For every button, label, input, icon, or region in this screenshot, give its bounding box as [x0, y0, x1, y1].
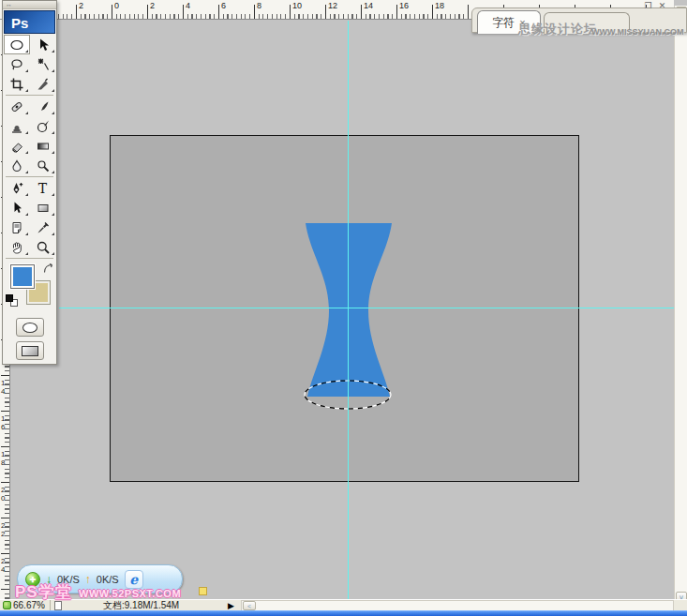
- vertical-scrollbar[interactable]: ∧ ∨: [674, 6, 687, 610]
- shape-layer: [111, 136, 578, 481]
- v-ruler-label: 22: [1, 521, 7, 538]
- tool-slice[interactable]: [30, 74, 56, 94]
- tool-history-brush[interactable]: [30, 116, 56, 136]
- h-ruler-label: 14: [364, 1, 373, 10]
- color-swatches: [3, 263, 56, 313]
- tool-shape[interactable]: [30, 198, 56, 218]
- status-bar: 66.67% 文档:9.18M/1.54M ▶ <: [0, 599, 687, 610]
- tool-type[interactable]: T: [30, 178, 56, 198]
- quick-mask-mode-button[interactable]: [16, 318, 44, 337]
- window-controls: ❐ ✕: [643, 1, 667, 11]
- dodge-icon: [36, 158, 51, 173]
- tool-brush[interactable]: [30, 97, 56, 116]
- default-colors-icon[interactable]: [6, 294, 18, 307]
- upload-arrow-icon: ↑: [85, 573, 91, 586]
- status-left-icon: [3, 601, 11, 609]
- internet-explorer-icon[interactable]: e: [125, 570, 143, 589]
- tool-move[interactable]: [30, 35, 56, 54]
- tool-lasso[interactable]: [4, 54, 30, 74]
- close-window-icon[interactable]: ✕: [657, 1, 667, 11]
- tool-eyedropper[interactable]: [30, 218, 56, 237]
- tool-crop[interactable]: [4, 74, 30, 94]
- v-ruler-label: 18: [1, 450, 7, 467]
- photoshop-logo[interactable]: Ps: [4, 10, 55, 34]
- h-ruler-label: 18: [435, 1, 444, 10]
- screen-mode-button[interactable]: [16, 341, 44, 360]
- tool-dodge[interactable]: [30, 156, 56, 175]
- h-ruler-label: 8: [257, 1, 261, 10]
- clone-stamp-icon: [9, 119, 24, 134]
- brush-icon: [36, 99, 51, 114]
- watermark-psxt-url: WWW.52PSXT.COM: [79, 588, 181, 599]
- blue-hourglass-shape: [306, 223, 392, 397]
- h-ruler-label: 2: [150, 1, 155, 10]
- magic-wand-icon: [36, 57, 51, 72]
- h-ruler-label: 10: [292, 1, 302, 10]
- v-ruler-label: 16: [1, 414, 7, 431]
- eraser-icon: [9, 139, 24, 154]
- zoom-icon: [36, 240, 51, 255]
- tool-pen[interactable]: [4, 178, 30, 198]
- tool-healing-brush[interactable]: [4, 97, 30, 116]
- history-brush-icon: [36, 119, 51, 134]
- screen-mode-icon: [22, 346, 38, 356]
- tool-zoom[interactable]: [30, 237, 56, 257]
- foreground-color-swatch[interactable]: [10, 264, 35, 289]
- tool-magic-wand[interactable]: [30, 54, 56, 74]
- pen-icon: [9, 181, 24, 196]
- h-ruler-label: 16: [399, 1, 409, 10]
- toolbox-separator: [6, 176, 53, 177]
- blur-icon: [9, 158, 24, 173]
- restore-window-icon[interactable]: ❐: [643, 1, 653, 11]
- watermark-missyuan-url: WWW.MISSYUAN.COM: [591, 27, 684, 37]
- tool-clone-stamp[interactable]: [4, 116, 30, 136]
- healing-brush-icon: [9, 99, 24, 114]
- quick-mask-icon: [22, 323, 37, 333]
- v-ruler-label: 20: [1, 486, 7, 503]
- move-icon: [36, 38, 51, 53]
- h-ruler-label: 6: [221, 1, 226, 10]
- swap-colors-icon[interactable]: [43, 263, 53, 274]
- widget-yellow-marker: [199, 587, 207, 595]
- horizontal-guide[interactable]: [59, 308, 674, 308]
- h-ruler-label: 12: [328, 1, 337, 10]
- h-ruler-label: 2: [79, 1, 83, 10]
- toolbox-grip[interactable]: ↔: [3, 1, 56, 9]
- tab-character-label: 字符: [492, 15, 515, 31]
- watermark-missyuan-text: 思缘设计论坛: [518, 21, 597, 38]
- h-ruler-label: 4: [186, 1, 190, 10]
- toolbox-palette: ↔ Ps T: [2, 0, 57, 365]
- h-ruler-label: 0: [114, 1, 119, 10]
- tool-gradient[interactable]: [30, 136, 56, 156]
- toolbox-separator: [6, 95, 53, 96]
- tool-notes[interactable]: [4, 218, 30, 237]
- shape-icon: [36, 201, 51, 216]
- status-expand-icon[interactable]: ▶: [228, 601, 234, 610]
- tool-hand[interactable]: [4, 237, 30, 257]
- v-ruler-label: 14: [1, 379, 7, 396]
- windows-taskbar-edge[interactable]: [0, 610, 687, 616]
- tool-blur[interactable]: [4, 156, 30, 175]
- elliptical-marquee-icon: [9, 38, 24, 53]
- document-canvas[interactable]: [110, 135, 579, 482]
- v-ruler-label: 24: [1, 557, 7, 574]
- hand-icon: [9, 240, 24, 255]
- tool-elliptical-marquee[interactable]: [4, 35, 30, 54]
- upload-speed: 0K/S: [97, 574, 119, 585]
- notes-icon: [9, 220, 24, 235]
- slice-icon: [36, 77, 51, 92]
- scroll-left-icon[interactable]: <: [243, 601, 256, 610]
- lasso-icon: [9, 57, 24, 72]
- type-icon: T: [38, 182, 47, 195]
- eyedropper-icon: [36, 220, 51, 235]
- gradient-icon: [36, 139, 51, 154]
- vertical-guide[interactable]: [348, 21, 349, 599]
- path-selection-icon: [9, 201, 24, 216]
- watermark-psxt-brand: PS学堂: [15, 581, 72, 603]
- tool-eraser[interactable]: [4, 136, 30, 156]
- tool-path-selection[interactable]: [4, 198, 30, 218]
- crop-icon: [9, 77, 24, 92]
- toolbox-separator: [6, 258, 53, 259]
